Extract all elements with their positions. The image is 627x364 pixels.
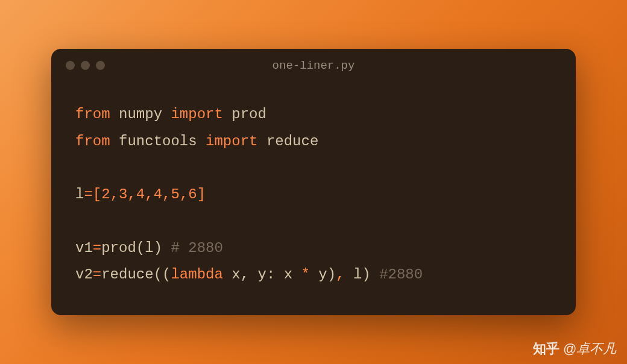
watermark-text: @卓不凡 (563, 340, 616, 358)
module-name: numpy (119, 106, 162, 122)
paren-open: ( (136, 240, 145, 256)
comma: , (336, 266, 344, 283)
comma: , (145, 186, 153, 202)
comment: # 2880 (171, 240, 222, 256)
keyword-from: from (75, 133, 110, 149)
equals-operator: = (93, 240, 101, 256)
minimize-icon[interactable] (81, 61, 90, 70)
code-line-blank (75, 155, 552, 181)
paren-close: ) (362, 266, 370, 283)
argument: l (145, 240, 153, 256)
equals-operator: = (84, 186, 92, 202)
comma: , (180, 186, 188, 202)
variable: v2 (75, 266, 93, 283)
number-literal: 4 (136, 186, 145, 202)
comma: , (110, 186, 119, 202)
paren-open: ( (154, 266, 162, 283)
bracket-close: ] (197, 186, 206, 202)
comment: #2880 (379, 266, 423, 283)
keyword-import: import (206, 133, 257, 149)
code-window: one-liner.py from numpy import prod from… (51, 49, 576, 315)
code-line-6: v1=prod(l) # 2880 (75, 235, 552, 262)
number-literal: 4 (154, 186, 162, 202)
paren-close: ) (327, 266, 336, 283)
module-name: functools (119, 133, 197, 149)
maximize-icon[interactable] (96, 61, 105, 70)
code-line-blank (75, 209, 552, 235)
watermark: 知乎 @卓不凡 (533, 340, 616, 358)
function-name: reduce (101, 266, 153, 283)
window-controls (66, 61, 105, 70)
import-name: reduce (266, 133, 318, 149)
number-literal: 5 (171, 186, 179, 202)
code-line-7: v2=reduce((lambda x, y: x * y), l) #2880 (75, 262, 552, 288)
title-bar: one-liner.py (51, 49, 576, 77)
keyword-lambda: lambda (171, 266, 222, 283)
variable: l (75, 186, 84, 202)
star-operator: * (301, 266, 310, 283)
lambda-params: x, y: x (223, 266, 301, 283)
equals-operator: = (93, 266, 101, 283)
paren-close: ) (154, 240, 162, 256)
code-line-2: from functools import reduce (75, 128, 552, 155)
function-name: prod (101, 240, 136, 256)
code-line-1: from numpy import prod (75, 101, 552, 128)
paren-open: ( (162, 266, 171, 283)
number-literal: 2 (101, 186, 110, 202)
code-content: from numpy import prod from functools im… (51, 77, 576, 315)
lambda-body: y (310, 266, 327, 283)
code-line-4: l=[2,3,4,4,5,6] (75, 181, 552, 208)
watermark-logo: 知乎 (533, 340, 559, 358)
comma: , (162, 186, 171, 202)
variable: v1 (75, 240, 93, 256)
argument: l (345, 266, 362, 283)
close-icon[interactable] (66, 61, 75, 70)
bracket-open: [ (93, 186, 101, 202)
number-literal: 3 (119, 186, 127, 202)
number-literal: 6 (188, 186, 197, 202)
file-title: one-liner.py (273, 59, 355, 72)
comma: , (127, 186, 136, 202)
import-name: prod (232, 106, 266, 122)
keyword-from: from (75, 106, 110, 122)
keyword-import: import (171, 106, 222, 122)
